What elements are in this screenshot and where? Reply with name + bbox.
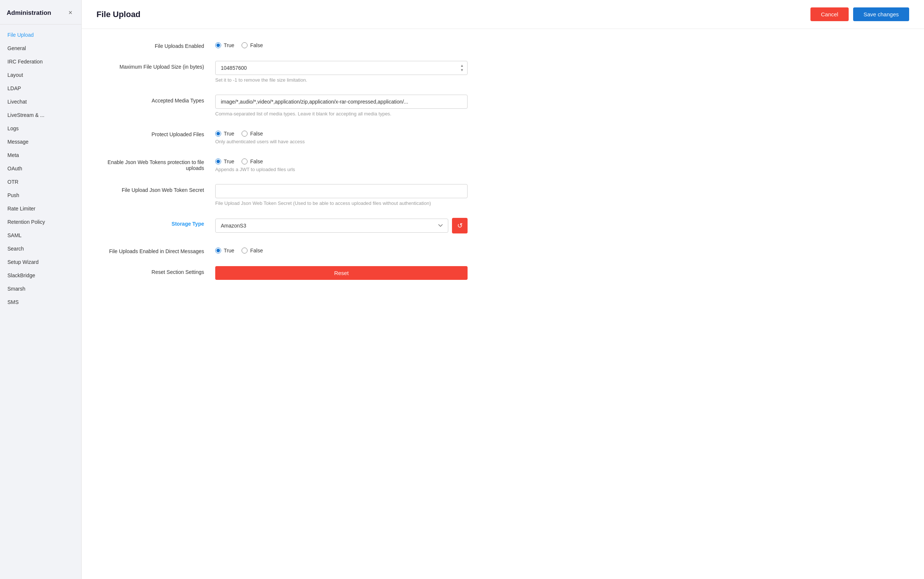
storage-type-reset-button[interactable]: ↺ [452, 218, 468, 234]
sidebar-item-retention-policy[interactable]: Retention Policy [0, 215, 81, 229]
protect-files-true-radio[interactable] [215, 131, 221, 137]
accepted-media-types-row: Accepted Media Types Comma-separated lis… [104, 95, 468, 116]
form-content: File Uploads Enabled True False Maximum … [82, 29, 490, 303]
max-file-size-row: Maximum File Upload Size (in bytes) ▲ ▼ … [104, 61, 468, 83]
jwt-protection-label: Enable Json Web Tokens protection to fil… [104, 156, 215, 171]
protect-files-row: Protect Uploaded Files True False Only a… [104, 128, 468, 144]
reset-row: Reset Section Settings Reset [104, 266, 468, 280]
max-file-size-control: ▲ ▼ Set it to -1 to remove the file size… [215, 61, 468, 83]
storage-type-control: GridFS (Default)AmazonS3Google Cloud Sto… [215, 218, 468, 234]
sidebar-header: Administration × [0, 0, 81, 25]
page-title: File Upload [96, 10, 140, 19]
sidebar-item-push[interactable]: Push [0, 188, 81, 202]
jwt-secret-label: File Upload Json Web Token Secret [104, 184, 215, 193]
sidebar-item-otr[interactable]: OTR [0, 175, 81, 188]
protect-files-hint: Only authenticated users will have acces… [215, 139, 468, 144]
dm-uploads-radio-group: True False [215, 245, 468, 254]
max-file-size-hint: Set it to -1 to remove the file size lim… [215, 77, 468, 83]
protect-files-false[interactable]: False [242, 131, 263, 137]
sidebar-item-irc-federation[interactable]: IRC Federation [0, 55, 81, 68]
sidebar-item-sms[interactable]: SMS [0, 296, 81, 309]
protect-files-control: True False Only authenticated users will… [215, 128, 468, 144]
file-uploads-enabled-radio-group: True False [215, 40, 468, 48]
dm-uploads-false[interactable]: False [242, 247, 263, 254]
sidebar-item-slackbridge[interactable]: SlackBridge [0, 269, 81, 282]
dm-uploads-control: True False [215, 245, 468, 254]
sidebar-item-livestream-&-...[interactable]: LiveStream & ... [0, 108, 81, 122]
sidebar-item-logs[interactable]: Logs [0, 122, 81, 135]
file-uploads-enabled-true-radio[interactable] [215, 42, 221, 48]
sidebar-item-message[interactable]: Message [0, 135, 81, 149]
sidebar-title: Administration [7, 9, 51, 17]
jwt-protection-control: True False Appends a JWT to uploaded fil… [215, 156, 468, 172]
jwt-protection-false[interactable]: False [242, 159, 263, 164]
dm-uploads-true[interactable]: True [215, 247, 234, 254]
dm-uploads-label: File Uploads Enabled in Direct Messages [104, 245, 215, 254]
protect-files-label: Protect Uploaded Files [104, 128, 215, 137]
accepted-media-types-label: Accepted Media Types [104, 95, 215, 103]
sidebar-item-smarsh[interactable]: Smarsh [0, 282, 81, 296]
jwt-protection-hint: Appends a JWT to uploaded files urls [215, 167, 468, 172]
sidebar-item-file-upload[interactable]: File Upload [0, 28, 81, 42]
file-uploads-enabled-false-radio[interactable] [242, 42, 248, 48]
sidebar-item-meta[interactable]: Meta [0, 149, 81, 162]
sidebar-item-rate-limiter[interactable]: Rate Limiter [0, 202, 81, 215]
dm-uploads-row: File Uploads Enabled in Direct Messages … [104, 245, 468, 254]
cancel-button[interactable]: Cancel [810, 7, 849, 21]
protect-files-radio-group: True False [215, 128, 468, 137]
sidebar-item-oauth[interactable]: OAuth [0, 162, 81, 175]
file-uploads-enabled-false[interactable]: False [242, 42, 263, 48]
protect-files-true[interactable]: True [215, 131, 234, 137]
max-file-size-input[interactable] [215, 61, 468, 75]
max-file-size-label: Maximum File Upload Size (in bytes) [104, 61, 215, 70]
spinner-up[interactable]: ▲ [459, 64, 465, 67]
sidebar-item-general[interactable]: General [0, 42, 81, 55]
jwt-secret-control: File Upload Json Web Token Secret (Used … [215, 184, 468, 206]
close-button[interactable]: × [66, 8, 75, 18]
reset-button[interactable]: Reset [215, 266, 468, 280]
storage-type-select-wrapper: GridFS (Default)AmazonS3Google Cloud Sto… [215, 218, 468, 234]
jwt-protection-row: Enable Json Web Tokens protection to fil… [104, 156, 468, 172]
dm-uploads-false-radio[interactable] [242, 247, 248, 254]
dm-uploads-true-radio[interactable] [215, 247, 221, 254]
jwt-protection-false-radio[interactable] [242, 159, 248, 164]
accepted-media-types-hint: Comma-separated list of media types. Lea… [215, 111, 468, 116]
sidebar-item-ldap[interactable]: LDAP [0, 82, 81, 95]
sidebar-item-search[interactable]: Search [0, 242, 81, 255]
save-button[interactable]: Save changes [853, 7, 909, 21]
file-uploads-enabled-row: File Uploads Enabled True False [104, 40, 468, 49]
jwt-secret-input[interactable] [215, 184, 468, 198]
file-uploads-enabled-true[interactable]: True [215, 42, 234, 48]
storage-type-label: Storage Type [104, 218, 215, 227]
main-header: File Upload Cancel Save changes [82, 0, 924, 29]
reset-control: Reset [215, 266, 468, 280]
file-uploads-enabled-label: File Uploads Enabled [104, 40, 215, 49]
main-content: File Upload Cancel Save changes File Upl… [82, 0, 924, 579]
spinner-buttons: ▲ ▼ [459, 64, 465, 72]
reset-label: Reset Section Settings [104, 266, 215, 275]
sidebar-item-saml[interactable]: SAML [0, 229, 81, 242]
accepted-media-types-input[interactable] [215, 95, 468, 109]
jwt-secret-hint: File Upload Json Web Token Secret (Used … [215, 200, 468, 206]
protect-files-false-radio[interactable] [242, 131, 248, 137]
jwt-secret-row: File Upload Json Web Token Secret File U… [104, 184, 468, 206]
header-actions: Cancel Save changes [810, 7, 909, 21]
jwt-protection-radio-group: True False [215, 156, 468, 164]
spinner-down[interactable]: ▼ [459, 68, 465, 72]
sidebar-item-layout[interactable]: Layout [0, 68, 81, 82]
jwt-protection-true[interactable]: True [215, 159, 234, 164]
max-file-size-input-wrapper: ▲ ▼ [215, 61, 468, 75]
sidebar-item-setup-wizard[interactable]: Setup Wizard [0, 255, 81, 269]
storage-type-row: Storage Type GridFS (Default)AmazonS3Goo… [104, 218, 468, 234]
storage-type-select[interactable]: GridFS (Default)AmazonS3Google Cloud Sto… [215, 219, 448, 233]
sidebar: Administration × File UploadGeneralIRC F… [0, 0, 82, 579]
accepted-media-types-control: Comma-separated list of media types. Lea… [215, 95, 468, 116]
sidebar-item-livechat[interactable]: Livechat [0, 95, 81, 108]
sidebar-nav: File UploadGeneralIRC FederationLayoutLD… [0, 25, 81, 312]
jwt-protection-true-radio[interactable] [215, 159, 221, 164]
file-uploads-enabled-control: True False [215, 40, 468, 48]
